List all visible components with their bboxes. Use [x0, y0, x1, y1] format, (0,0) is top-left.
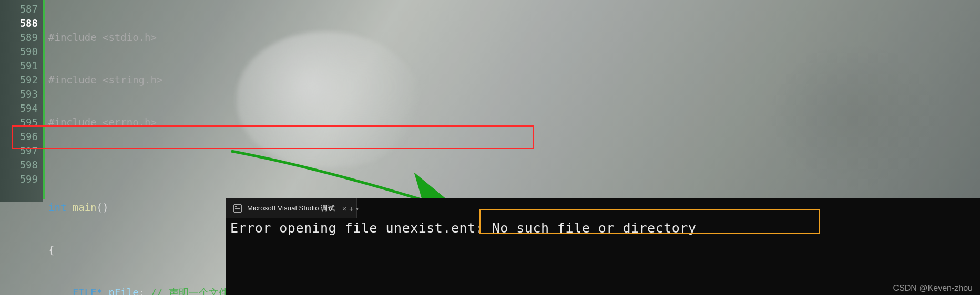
code-line[interactable]: #include <stdio.h> [48, 30, 917, 45]
watermark: CSDN @Keven-zhou [893, 283, 973, 293]
line-number: 589 [0, 30, 43, 45]
line-number: 592 [0, 73, 43, 87]
terminal-tab-title: Microsoft Visual Studio 调试 [247, 204, 335, 213]
line-number: 593 [0, 87, 43, 101]
line-number-gutter: 587 588 589 590 591 592 593 594 595 596 … [0, 0, 43, 202]
line-number: 587 [0, 2, 43, 16]
terminal-output: Error opening file unexist.ent: No such … [230, 220, 696, 236]
code-line[interactable]: #include <errno.h> [48, 115, 917, 130]
line-number: 597 [0, 144, 43, 158]
gutter-change-marker [43, 0, 45, 199]
terminal-panel: Microsoft Visual Studio 调试 × +▾ Error op… [226, 198, 980, 295]
code-line[interactable] [48, 158, 917, 172]
line-number-current: 588 [0, 16, 43, 30]
line-number: 591 [0, 59, 43, 73]
chevron-down-icon[interactable]: ▾ [356, 206, 359, 212]
terminal-icon [233, 204, 242, 213]
line-number: 594 [0, 101, 43, 115]
code-line[interactable]: #include <string.h> [48, 73, 917, 87]
line-number: 596 [0, 130, 43, 144]
terminal-tab[interactable]: Microsoft Visual Studio 调试 × [226, 198, 357, 218]
line-number: 598 [0, 158, 43, 172]
line-number: 599 [0, 172, 43, 186]
new-tab-button[interactable]: +▾ [343, 198, 365, 218]
line-number: 595 [0, 115, 43, 130]
line-number: 590 [0, 45, 43, 59]
